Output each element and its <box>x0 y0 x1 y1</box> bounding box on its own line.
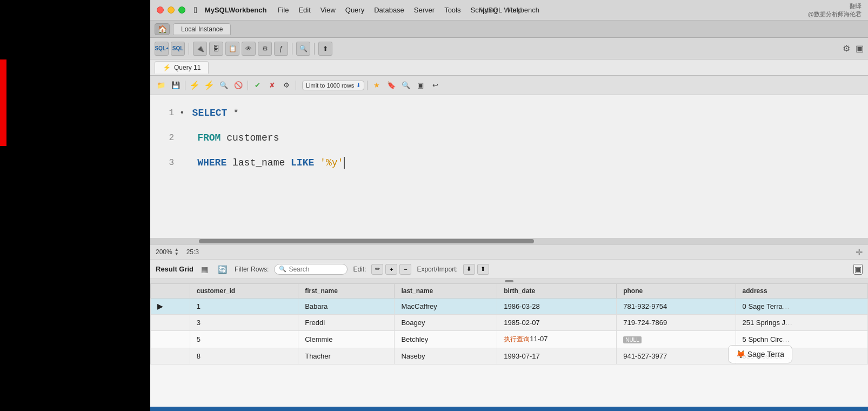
col-address[interactable]: address <box>736 284 867 299</box>
row-indicator-1: ▶ <box>151 299 190 315</box>
add-row-button[interactable]: + <box>385 264 397 275</box>
local-instance-tab[interactable]: Local Instance <box>173 23 231 35</box>
magnify-button[interactable]: 🔍 <box>399 79 412 92</box>
settings-icon[interactable]: ⚙ <box>843 43 850 54</box>
query-tab-icon: ⚡ <box>163 64 171 71</box>
code-line-2: 2 FROM customers <box>150 125 868 150</box>
editor-sep-2 <box>248 81 248 90</box>
find-button[interactable]: 🔍 <box>217 79 230 92</box>
line-number-2: 2 <box>158 125 174 150</box>
menu-query[interactable]: Query <box>345 6 364 14</box>
menu-tools[interactable]: Tools <box>444 6 460 14</box>
col-customer-id[interactable]: customer_id <box>190 284 298 299</box>
title-bar:  MySQLWorkbench File Edit View Query Da… <box>150 0 868 21</box>
minimize-button[interactable] <box>168 6 175 14</box>
panel-toggle-button[interactable]: ▣ <box>853 264 863 275</box>
refresh-button[interactable]: 🔄 <box>216 264 229 275</box>
result-scroll-indicator[interactable] <box>150 279 868 283</box>
code-content: 1 • SELECT * 2 FROM customers 3 WHERE la… <box>150 95 868 181</box>
open-sql-button[interactable]: SQL <box>171 42 185 56</box>
close-button[interactable] <box>157 6 164 14</box>
home-button[interactable]: 🏠 <box>155 23 170 35</box>
left-panel <box>0 0 150 411</box>
view-button[interactable]: 👁 <box>242 42 256 56</box>
migration-button[interactable]: ⬆ <box>318 42 332 56</box>
cell-bdate-2: 1985-02-07 <box>497 315 617 331</box>
execute-current-button[interactable]: ⚡ <box>203 79 216 92</box>
line-dot-2 <box>179 125 190 150</box>
procedure-button[interactable]: ⚙ <box>258 42 272 56</box>
row-indicator-3 <box>151 331 190 348</box>
code-editor[interactable]: 1 • SELECT * 2 FROM customers 3 WHERE la… <box>150 95 868 244</box>
cell-lname-2: Boagey <box>395 315 497 331</box>
window-controls <box>157 6 185 14</box>
cell-phone-1: 781-932-9754 <box>617 299 736 315</box>
zoom-control[interactable]: 200% ▲ ▼ <box>156 248 179 256</box>
cell-lname-1: MacCaffrey <box>395 299 497 315</box>
save-file-button[interactable]: 💾 <box>169 79 182 92</box>
import-button[interactable]: ⬆ <box>477 264 489 275</box>
star-button[interactable]: ★ <box>370 79 383 92</box>
zoom-value: 200% <box>156 248 172 256</box>
col-birth-date[interactable]: birth_date <box>497 284 617 299</box>
cell-fname-4: Thacher <box>298 348 395 364</box>
commit-button[interactable]: ✔ <box>251 79 264 92</box>
reconnect-button[interactable]: 🔌 <box>193 42 207 56</box>
inspect-button[interactable]: 🔍 <box>296 42 310 56</box>
resize-handle[interactable]: ✛ <box>856 247 863 257</box>
search-box[interactable]: 🔍 <box>274 264 348 275</box>
code-space <box>314 150 320 175</box>
function-button[interactable]: ƒ <box>274 42 288 56</box>
split-button[interactable]: ▣ <box>414 79 427 92</box>
line-dot-1: • <box>179 101 185 125</box>
new-sql-button[interactable]: SQL+ <box>155 42 169 56</box>
stop-button[interactable]: 🚫 <box>232 79 245 92</box>
menu-server[interactable]: Server <box>414 6 435 14</box>
delete-row-button[interactable]: − <box>399 264 411 275</box>
zoom-arrows[interactable]: ▲ ▼ <box>175 248 179 256</box>
export-buttons: ⬇ ⬆ <box>463 264 489 275</box>
cell-bdate-3: 执行查询11-07 <box>497 331 617 348</box>
maximize-button[interactable] <box>178 6 185 14</box>
menu-file[interactable]: File <box>277 6 289 14</box>
table-row[interactable]: 3 Freddi Boagey 1985-02-07 719-724-7869 … <box>151 315 868 331</box>
limit-select[interactable]: Limit to 1000 rows ⬇ <box>302 81 364 90</box>
scroll-thumb <box>505 280 513 282</box>
new-schema-button[interactable]: 🗄 <box>209 42 223 56</box>
code-line-1: 1 • SELECT * <box>150 101 868 125</box>
export-label: Export/Import: <box>417 266 457 273</box>
menu-edit[interactable]: Edit <box>298 6 310 14</box>
menu-view[interactable]: View <box>321 6 336 14</box>
result-toolbar: Result Grid ▦ 🔄 Filter Rows: 🔍 Edit: ✏ +… <box>150 260 868 279</box>
edit-label: Edit: <box>353 266 366 273</box>
rollback-button[interactable]: ✘ <box>265 79 278 92</box>
editor-scrollbar-h[interactable] <box>150 238 868 244</box>
panel-icon[interactable]: ▣ <box>856 43 864 54</box>
auto-commit-button[interactable]: ⚙ <box>280 79 293 92</box>
table-row[interactable]: ▶ 1 Babara MacCaffrey 1986-03-28 781-932… <box>151 299 868 315</box>
cell-cid-1: 1 <box>190 299 298 315</box>
grid-view-button[interactable]: ▦ <box>199 264 210 275</box>
search-input[interactable] <box>289 266 343 273</box>
line-number-3: 3 <box>158 150 174 175</box>
bookmark-button[interactable]: 🔖 <box>385 79 398 92</box>
wrap-button[interactable]: ↩ <box>429 79 442 92</box>
col-last-name[interactable]: last_name <box>395 284 497 299</box>
menu-database[interactable]: Database <box>374 6 404 14</box>
editor-sep-3 <box>296 81 296 90</box>
toolbar-separator-2 <box>292 43 292 55</box>
overlay-popup: 🦊 Sage Terra <box>728 345 792 363</box>
scrollbar-thumb <box>199 239 534 243</box>
col-first-name[interactable]: first_name <box>298 284 395 299</box>
col-phone[interactable]: phone <box>617 284 736 299</box>
query-tab[interactable]: ⚡ Query 11 <box>155 61 209 74</box>
edit-row-button[interactable]: ✏ <box>371 264 383 275</box>
open-file-button[interactable]: 📁 <box>155 79 168 92</box>
export-button[interactable]: ⬇ <box>463 264 475 275</box>
cell-lname-4: Naseby <box>395 348 497 364</box>
bottom-scrollbar[interactable] <box>150 407 868 411</box>
row-indicator-2 <box>151 315 190 331</box>
toolbar-separator-1 <box>189 43 189 55</box>
execute-button[interactable]: ⚡ <box>188 79 201 92</box>
table-button[interactable]: 📋 <box>225 42 239 56</box>
